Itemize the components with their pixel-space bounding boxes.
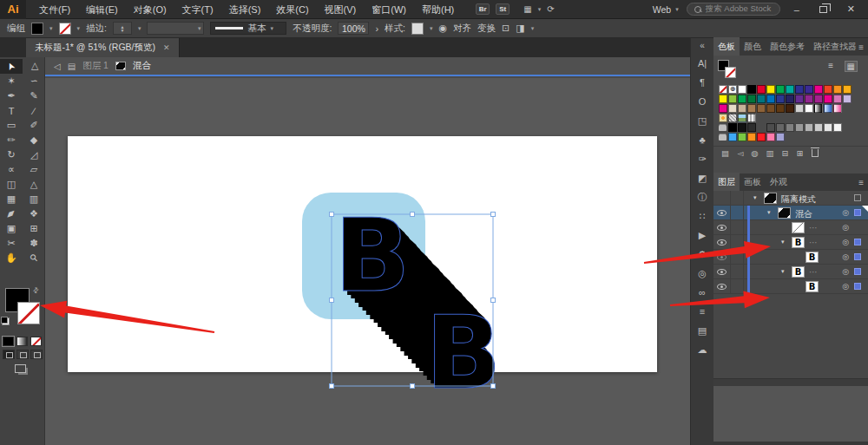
stroke-chevron-icon[interactable]: ▾ xyxy=(77,25,81,32)
menu-item[interactable]: 文字(T) xyxy=(174,0,221,19)
pencil-tool[interactable]: ✏ xyxy=(0,133,23,147)
stroke-color-swatch[interactable] xyxy=(59,23,71,35)
swatch-libraries-icon[interactable]: ▤ xyxy=(721,148,729,158)
overflow-chevron-icon[interactable]: › xyxy=(375,23,378,34)
swatch-pat-3[interactable] xyxy=(738,114,746,122)
color-swatch[interactable] xyxy=(824,95,832,103)
transform-panel-icon[interactable]: ◩ xyxy=(691,168,713,187)
select-similar-chevron-icon[interactable]: ▾ xyxy=(531,25,535,32)
color-swatch[interactable] xyxy=(719,104,727,113)
layer-row[interactable]: ▾B⋯◎ xyxy=(713,235,868,250)
export-panel-icon[interactable]: ◳ xyxy=(691,111,713,130)
target-circle-icon[interactable]: ◎ xyxy=(842,252,849,261)
image-trace-panel-icon[interactable]: ✑ xyxy=(691,149,713,168)
color-swatch[interactable] xyxy=(738,95,746,103)
color-swatch[interactable] xyxy=(766,95,775,103)
target-circle-icon[interactable]: ◎ xyxy=(842,267,849,276)
artboard-tool[interactable]: ▣ xyxy=(0,221,23,236)
layers-tab-外观[interactable]: 外观 xyxy=(766,173,792,191)
selection-handle[interactable] xyxy=(330,384,334,389)
color-swatch[interactable] xyxy=(738,123,746,132)
color-swatch[interactable] xyxy=(795,104,804,113)
menu-item[interactable]: 窗口(W) xyxy=(364,0,414,19)
width-profile-select[interactable]: ▾ xyxy=(147,22,204,35)
layer-label[interactable]: 混合 xyxy=(795,208,812,220)
brush-definition-select[interactable]: 基本 ▾ xyxy=(210,22,286,35)
expand-chevron-icon[interactable]: ▾ xyxy=(781,239,785,245)
color-swatch[interactable] xyxy=(738,85,746,94)
none-button[interactable] xyxy=(30,337,42,346)
swatches-tab-颜色[interactable]: 颜色 xyxy=(740,37,766,56)
stroke-swatch[interactable] xyxy=(17,302,40,324)
color-swatch[interactable] xyxy=(757,85,766,94)
opacity-value[interactable]: 100% xyxy=(338,22,369,35)
symbols-panel-icon[interactable]: ♣ xyxy=(691,130,713,149)
visibility-cell[interactable] xyxy=(713,206,731,219)
app-logo-icon[interactable]: Ai xyxy=(0,0,26,19)
color-swatch[interactable] xyxy=(805,85,813,94)
color-swatch[interactable] xyxy=(738,133,746,141)
swatch-registration[interactable]: ⊕ xyxy=(728,85,737,94)
pattern-options-icon[interactable]: ◎ xyxy=(691,264,713,283)
layers-panel-icon[interactable]: ▤ xyxy=(691,321,713,340)
color-swatch[interactable] xyxy=(814,85,823,94)
eye-icon[interactable] xyxy=(717,284,727,290)
eye-icon[interactable] xyxy=(717,210,727,216)
swatch-pat-1[interactable] xyxy=(719,114,727,122)
target-circle-icon[interactable]: ◎ xyxy=(842,282,849,291)
opentype-panel-icon[interactable]: O xyxy=(691,92,713,111)
workspace-switcher[interactable]: Web ▾ xyxy=(653,4,679,15)
color-swatch[interactable] xyxy=(728,133,737,141)
breadcrumb-layer[interactable]: 图层 1 xyxy=(82,60,108,72)
collapse-panels-icon[interactable]: « xyxy=(691,38,713,54)
style-chevron-icon[interactable]: ▾ xyxy=(430,25,433,32)
swap-fill-stroke-icon[interactable]: ⇄ xyxy=(31,285,41,295)
transform-button[interactable]: 变换 xyxy=(477,23,496,35)
layer-label[interactable]: ⋯ xyxy=(809,267,818,277)
color-swatch[interactable] xyxy=(719,95,727,103)
color-swatch[interactable] xyxy=(747,95,756,103)
color-swatch[interactable] xyxy=(757,104,766,113)
layer-label[interactable]: ⋯ xyxy=(809,238,818,247)
layout-icon[interactable]: ▦ xyxy=(523,4,531,14)
symbol-sprayer-tool[interactable]: ✽ xyxy=(23,236,45,251)
color-swatch[interactable] xyxy=(766,85,775,94)
slice-tool[interactable]: ✂ xyxy=(0,236,23,251)
rotate-tool[interactable]: ↻ xyxy=(0,147,23,162)
color-swatch[interactable] xyxy=(757,95,766,103)
selection-tool[interactable]: ➤ xyxy=(0,59,23,74)
layer-row[interactable]: B◎ xyxy=(713,279,868,294)
layer-row[interactable]: ▾隔离模式 xyxy=(713,191,868,206)
selection-indicator[interactable] xyxy=(854,194,861,201)
stroke-panel-icon[interactable]: ≡ xyxy=(691,302,713,321)
expand-chevron-icon[interactable]: ▾ xyxy=(767,209,771,216)
draw-normal-button[interactable] xyxy=(3,350,15,359)
graph-tool[interactable]: ⊞ xyxy=(23,221,45,236)
selection-indicator[interactable] xyxy=(854,253,861,260)
visibility-cell[interactable] xyxy=(713,265,731,278)
color-swatch[interactable] xyxy=(776,95,785,103)
color-swatch[interactable] xyxy=(786,123,794,132)
color-swatch[interactable] xyxy=(766,133,775,141)
isolate-selection-icon[interactable]: ⊡ xyxy=(502,23,510,34)
fill-color-swatch[interactable] xyxy=(31,23,43,35)
color-swatch[interactable] xyxy=(805,123,813,132)
swatch-grad-blue[interactable] xyxy=(824,104,832,113)
color-group-folder-icon[interactable] xyxy=(719,123,727,132)
draw-behind-button[interactable] xyxy=(16,350,29,359)
color-swatch[interactable] xyxy=(747,85,756,94)
hand-tool[interactable]: ✋ xyxy=(0,251,23,265)
layer-row[interactable]: ▾混合◎ xyxy=(713,206,868,220)
artboard[interactable] xyxy=(68,136,657,372)
stock-icon[interactable]: St xyxy=(496,3,510,15)
expand-chevron-icon[interactable]: ▾ xyxy=(781,268,785,275)
document-tab[interactable]: 未标题-1* @ 51% (RGB/预览) ✕ xyxy=(26,38,180,57)
search-input[interactable]: 搜索 Adobe Stock xyxy=(687,3,780,16)
align-button[interactable]: 对齐 xyxy=(453,23,471,35)
layer-thumbnail[interactable]: B xyxy=(792,237,805,248)
visibility-cell[interactable] xyxy=(713,220,731,234)
swatch-none[interactable] xyxy=(719,85,727,94)
menu-item[interactable]: 效果(C) xyxy=(268,0,316,19)
visibility-cell[interactable] xyxy=(713,279,731,293)
settings-panel-icon[interactable]: ⚙ xyxy=(691,245,713,264)
